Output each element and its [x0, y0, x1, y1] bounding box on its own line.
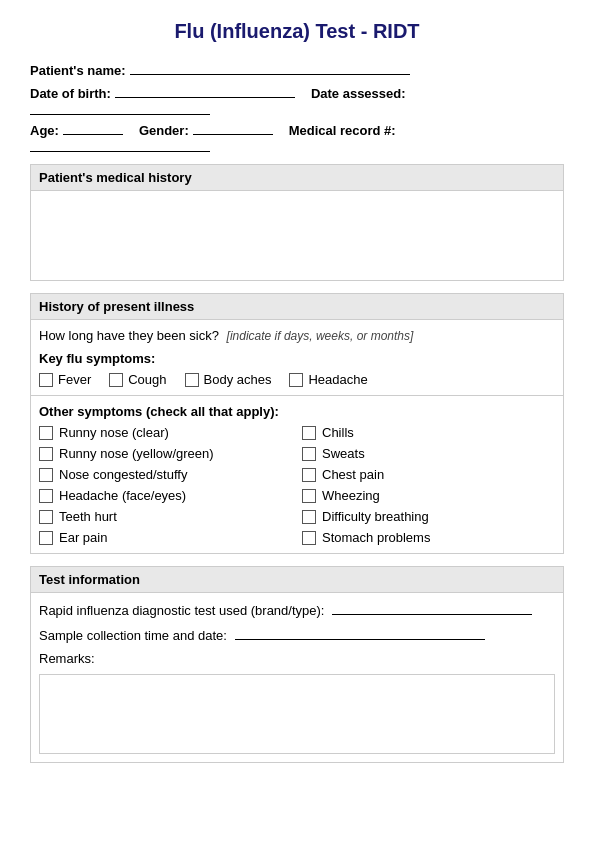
symptom-fever[interactable]: Fever [39, 372, 91, 387]
sick-duration-row: How long have they been sick? [indicate … [39, 328, 555, 343]
age-input[interactable] [63, 121, 123, 135]
teeth-hurt-label: Teeth hurt [59, 509, 117, 524]
age-label: Age: [30, 123, 59, 138]
difficulty-breathing-label: Difficulty breathing [322, 509, 429, 524]
remarks-label: Remarks: [39, 651, 95, 666]
difficulty-breathing-checkbox[interactable] [302, 510, 316, 524]
symptom-body-aches[interactable]: Body aches [185, 372, 272, 387]
rapid-test-row: Rapid influenza diagnostic test used (br… [39, 601, 555, 618]
date-assessed-label: Date assessed: [311, 86, 406, 101]
nose-congested-checkbox[interactable] [39, 468, 53, 482]
runny-clear-label: Runny nose (clear) [59, 425, 169, 440]
patient-name-label: Patient's name: [30, 63, 126, 78]
sick-duration-placeholder: [indicate if days, weeks, or months] [227, 329, 414, 343]
key-symptoms-row: Fever Cough Body aches Headache [39, 372, 555, 387]
key-symptoms-label: Key flu symptoms: [39, 351, 555, 366]
chills-label: Chills [322, 425, 354, 440]
nose-congested-label: Nose congested/stuffy [59, 467, 187, 482]
fever-label: Fever [58, 372, 91, 387]
date-assessed-input[interactable] [30, 101, 210, 115]
medical-history-header: Patient's medical history [30, 164, 564, 191]
other-symptoms-section: Other symptoms (check all that apply): R… [30, 396, 564, 554]
dob-label: Date of birth: [30, 86, 111, 101]
ear-pain-checkbox[interactable] [39, 531, 53, 545]
wheezing-label: Wheezing [322, 488, 380, 503]
cough-label: Cough [128, 372, 166, 387]
medical-history-body[interactable] [30, 191, 564, 281]
symptom-chills[interactable]: Chills [302, 425, 555, 440]
symptom-nose-congested[interactable]: Nose congested/stuffy [39, 467, 292, 482]
symptom-headache-face[interactable]: Headache (face/eyes) [39, 488, 292, 503]
page-title: Flu (Influenza) Test - RIDT [30, 20, 564, 43]
dob-input[interactable] [115, 84, 295, 98]
dob-assessed-row: Date of birth: Date assessed: [30, 84, 564, 115]
remarks-row: Remarks: [39, 651, 555, 666]
chills-checkbox[interactable] [302, 426, 316, 440]
cough-checkbox[interactable] [109, 373, 123, 387]
gender-input[interactable] [193, 121, 273, 135]
other-symptoms-grid: Runny nose (clear) Chills Runny nose (ye… [39, 425, 555, 545]
body-aches-label: Body aches [204, 372, 272, 387]
remarks-box[interactable] [39, 674, 555, 754]
other-symptoms-header: Other symptoms (check all that apply): [39, 404, 555, 419]
sick-question-label: How long have they been sick? [39, 328, 219, 343]
present-illness-body: How long have they been sick? [indicate … [30, 320, 564, 396]
runny-yellow-label: Runny nose (yellow/green) [59, 446, 214, 461]
headache-label: Headache [308, 372, 367, 387]
chest-pain-label: Chest pain [322, 467, 384, 482]
runny-clear-checkbox[interactable] [39, 426, 53, 440]
present-illness-header: History of present illness [30, 293, 564, 320]
fever-checkbox[interactable] [39, 373, 53, 387]
symptom-runny-clear[interactable]: Runny nose (clear) [39, 425, 292, 440]
stomach-problems-checkbox[interactable] [302, 531, 316, 545]
body-aches-checkbox[interactable] [185, 373, 199, 387]
symptom-ear-pain[interactable]: Ear pain [39, 530, 292, 545]
age-gender-record-row: Age: Gender: Medical record #: [30, 121, 564, 152]
test-info-header: Test information [30, 566, 564, 593]
ear-pain-label: Ear pain [59, 530, 107, 545]
symptom-chest-pain[interactable]: Chest pain [302, 467, 555, 482]
runny-yellow-checkbox[interactable] [39, 447, 53, 461]
symptom-headache[interactable]: Headache [289, 372, 367, 387]
sample-collection-label: Sample collection time and date: [39, 628, 227, 643]
wheezing-checkbox[interactable] [302, 489, 316, 503]
symptom-wheezing[interactable]: Wheezing [302, 488, 555, 503]
test-info-body: Rapid influenza diagnostic test used (br… [30, 593, 564, 763]
headache-checkbox[interactable] [289, 373, 303, 387]
sweats-checkbox[interactable] [302, 447, 316, 461]
sample-collection-input[interactable] [235, 626, 485, 640]
sample-collection-row: Sample collection time and date: [39, 626, 555, 643]
symptom-teeth-hurt[interactable]: Teeth hurt [39, 509, 292, 524]
gender-label: Gender: [139, 123, 189, 138]
medical-record-label: Medical record #: [289, 123, 396, 138]
headache-face-checkbox[interactable] [39, 489, 53, 503]
patient-name-input[interactable] [130, 61, 410, 75]
headache-face-label: Headache (face/eyes) [59, 488, 186, 503]
stomach-problems-label: Stomach problems [322, 530, 430, 545]
symptom-cough[interactable]: Cough [109, 372, 166, 387]
symptom-runny-yellow[interactable]: Runny nose (yellow/green) [39, 446, 292, 461]
symptom-difficulty-breathing[interactable]: Difficulty breathing [302, 509, 555, 524]
medical-record-input[interactable] [30, 138, 210, 152]
teeth-hurt-checkbox[interactable] [39, 510, 53, 524]
sweats-label: Sweats [322, 446, 365, 461]
rapid-test-label: Rapid influenza diagnostic test used (br… [39, 603, 324, 618]
symptom-stomach-problems[interactable]: Stomach problems [302, 530, 555, 545]
patient-name-row: Patient's name: [30, 61, 564, 78]
rapid-test-input[interactable] [332, 601, 532, 615]
symptom-sweats[interactable]: Sweats [302, 446, 555, 461]
chest-pain-checkbox[interactable] [302, 468, 316, 482]
